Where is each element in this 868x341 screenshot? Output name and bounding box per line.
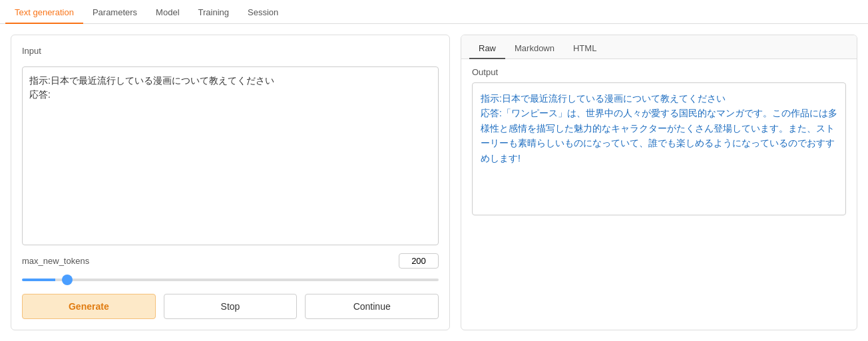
left-panel: Input 指示:日本で最近流行している漫画について教えてください 応答: ma… xyxy=(11,35,450,330)
tab-raw[interactable]: Raw xyxy=(469,39,505,59)
tab-model[interactable]: Model xyxy=(146,2,188,24)
token-section: max_new_tokens xyxy=(22,253,439,283)
main-layout: Input 指示:日本で最近流行している漫画について教えてください 応答: ma… xyxy=(0,24,868,341)
output-prompt: 指示:日本で最近流行している漫画について教えてください応答:「ワンピース」は、世… xyxy=(481,93,837,164)
token-input[interactable] xyxy=(399,253,439,269)
stop-button[interactable]: Stop xyxy=(164,294,298,319)
right-panel: Raw Markdown HTML Output 指示:日本で最近流行している漫… xyxy=(461,35,857,330)
tab-html[interactable]: HTML xyxy=(564,39,606,59)
input-label: Input xyxy=(22,46,439,56)
slider-container xyxy=(22,273,439,283)
tab-session[interactable]: Session xyxy=(238,2,288,24)
tab-markdown[interactable]: Markdown xyxy=(505,39,564,59)
button-row: Generate Stop Continue xyxy=(22,294,439,319)
output-box: 指示:日本で最近流行している漫画について教えてください応答:「ワンピース」は、世… xyxy=(472,82,846,215)
right-tabs: Raw Markdown HTML xyxy=(461,35,857,59)
output-section: Output 指示:日本で最近流行している漫画について教えてください応答:「ワン… xyxy=(461,59,857,330)
token-row: max_new_tokens xyxy=(22,253,439,269)
tab-training[interactable]: Training xyxy=(189,2,238,24)
tab-parameters[interactable]: Parameters xyxy=(83,2,146,24)
tab-text-generation[interactable]: Text generation xyxy=(5,2,83,24)
output-label: Output xyxy=(472,67,846,77)
top-nav: Text generation Parameters Model Trainin… xyxy=(0,0,868,24)
input-textarea[interactable]: 指示:日本で最近流行している漫画について教えてください 応答: xyxy=(22,66,439,245)
generate-button[interactable]: Generate xyxy=(22,294,156,319)
token-label: max_new_tokens xyxy=(22,256,89,266)
continue-button[interactable]: Continue xyxy=(305,294,439,319)
max-tokens-slider[interactable] xyxy=(22,279,439,281)
